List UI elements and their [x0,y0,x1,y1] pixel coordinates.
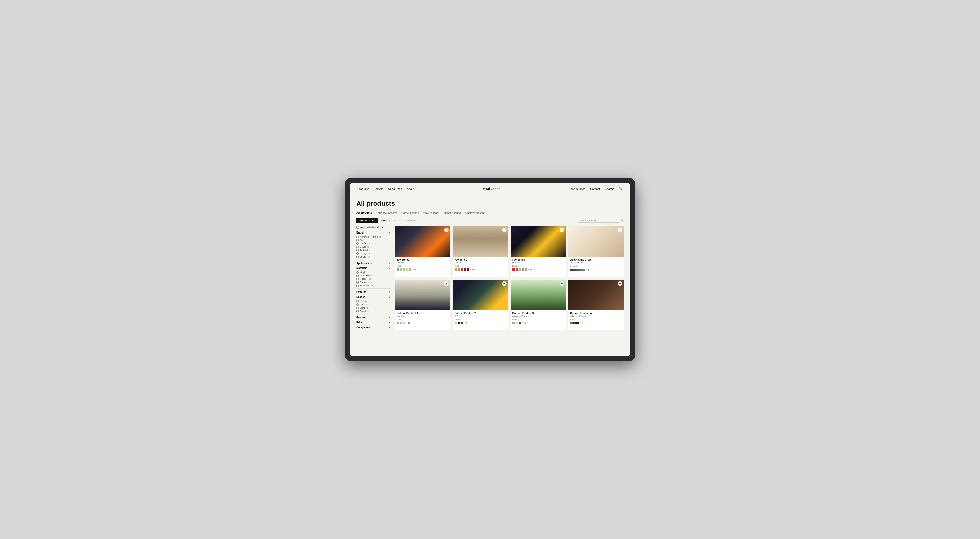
shade-neutral-checkbox[interactable] [356,300,359,302]
nav-about[interactable]: About [407,187,414,191]
brand-grabo-checkbox[interactable] [356,246,359,248]
sidebar-section-features[interactable]: Features ▼ [356,316,391,319]
search-input[interactable] [578,218,619,223]
shade-neutral-label: Neutral [360,300,367,302]
brand-voxflor-checkbox[interactable] [356,256,359,258]
card-type-b2: Carpet [455,318,506,321]
product-card-600[interactable]: + 600 Series Neoflex Rubber [395,226,450,277]
brand-advance-checkbox[interactable] [356,236,359,238]
shade-light-checkbox[interactable] [356,307,359,309]
nav-search-link[interactable]: Search [605,187,614,191]
sidebar-section-price[interactable]: Price ▼ [356,321,391,324]
sidebar-section-brand[interactable]: Brand ▲ [356,231,391,234]
material-carpet-checkbox[interactable] [356,281,359,283]
shade-dark-checkbox[interactable] [356,304,359,306]
brand-bloq[interactable]: BLOQ 12 [356,252,391,255]
hide-filters-button[interactable]: HIDE FILTERS [356,218,378,223]
product-card-b1[interactable]: + Bottom Product 1 Neoflex Rubber [395,280,450,330]
card-type-against: Kinetex® [570,265,622,268]
product-image-b3 [511,280,566,310]
brand-voxflor-label: Voxflor [360,256,367,258]
sidebar-section-compliance[interactable]: Compliance ▼ [356,326,391,329]
nav-contact[interactable]: Contact [590,187,600,191]
color-swatch [396,322,399,324]
material-kinetex-count: 13 [371,285,373,287]
nz-stock-checkbox[interactable] [356,226,359,229]
material-kinetex[interactable]: Kinetex® 13 [356,284,391,287]
brand-advance-flooring[interactable]: Advance Flooring 29 [356,235,391,238]
search-icon[interactable]: 🔍 [619,187,623,191]
nav-case-studies[interactable]: Case studies [568,187,585,191]
color-swatch [406,268,408,271]
view-compare-button[interactable]: COMPARE [404,219,416,222]
add-to-compare-700[interactable]: + [502,227,507,232]
nav-products[interactable]: Products [357,187,369,191]
material-rubber-checkbox[interactable] [356,278,359,280]
brand-chevron-icon: ▲ [389,232,391,234]
page-title: All products [356,200,624,207]
brand-tretford-checkbox[interactable] [356,249,359,251]
site-logo[interactable]: ✈ Advance [482,187,501,191]
tab-entrance[interactable]: Entrance systems [376,211,397,215]
material-kinetex-checkbox[interactable] [356,285,359,287]
material-carpet[interactable]: Carpet 60 [356,281,391,283]
add-to-compare-b3[interactable]: + [560,281,564,286]
brand-jj[interactable]: J+J 13 [356,239,391,242]
material-rubber[interactable]: Rubber 16 [356,278,391,280]
sidebar-section-shades[interactable]: Shades ▲ [356,296,391,298]
material-vinyl-count: 5 [366,271,367,273]
view-grid-button[interactable]: GRID [380,219,387,222]
material-vinyl-checkbox[interactable] [356,271,359,273]
sidebar-section-patterns[interactable]: Patterns ▼ [356,291,391,294]
tab-all-products[interactable]: All products [356,211,372,215]
material-aluminium[interactable]: Aluminium 7 [356,274,391,277]
shade-bright-checkbox[interactable] [356,310,359,312]
product-card-against[interactable]: + Against the Grain J+J - Kinetex Kinete… [568,226,624,277]
nav-sectors[interactable]: Sectors [373,187,383,191]
brand-bloq-checkbox[interactable] [356,253,359,255]
card-brand-b4: Advance Flooring [570,315,622,318]
color-count-b1: + 12 [406,322,410,324]
material-vinyl[interactable]: Vinyl 5 [356,271,391,273]
brand-grabo[interactable]: Grabo 5 [356,245,391,248]
materials-label: Materials [356,267,367,269]
brand-neoflex-checkbox[interactable] [356,242,359,245]
search-submit-icon[interactable]: 🔍 [620,219,624,222]
sidebar-section-applications[interactable]: Applications ▼ [356,262,391,265]
brand-neoflex[interactable]: Neoflex 11 [356,242,391,245]
sidebar-section-materials[interactable]: Materials ▲ [356,267,391,269]
shade-light[interactable]: Light 42 [356,307,391,309]
tab-rubber[interactable]: Rubber flooring [442,211,461,215]
add-to-compare-b2[interactable]: + [502,281,507,286]
price-chevron-icon: ▼ [389,321,391,324]
add-to-compare-b1[interactable]: + [444,281,449,286]
brand-jj-checkbox[interactable] [356,239,359,242]
card-type-700: Rubber [455,265,506,267]
card-type-b4: Carpet [570,318,622,321]
shade-neutral-count: 77 [369,300,371,302]
nz-stock-label: New Zealand stock [360,226,380,229]
product-card-800[interactable]: + 800 Series Neoflex Rubber [511,226,566,277]
nz-stock-filter[interactable]: New Zealand stock 36 [356,226,391,229]
add-to-compare-b4[interactable]: + [617,281,622,286]
shade-dark[interactable]: Dark 16 [356,303,391,306]
product-tabs: All products Entrance systems Carpet flo… [356,211,624,215]
card-info-800: 800 Series Neoflex Rubber + 21 [511,257,566,273]
view-list-button[interactable]: LIST [393,219,398,222]
product-card-b2[interactable]: + Bottom Product 2 J+J Carpet [453,280,508,330]
nav-resources[interactable]: Resources [388,187,402,191]
shade-bright[interactable]: Bright 39 [356,310,391,312]
brand-voxflor[interactable]: Voxflor 16 [356,256,391,258]
material-aluminium-checkbox[interactable] [356,275,359,277]
add-to-compare-600[interactable]: + [444,227,449,232]
add-to-compare-against[interactable]: + [617,227,622,232]
product-card-700[interactable]: + 700 Series Neoflex Rubber [453,226,508,277]
material-kinetex-label: Kinetex® [360,284,369,287]
product-card-b4[interactable]: + Bottom Product 4 Advance Flooring Carp… [568,280,624,330]
brand-tretford[interactable]: Tretford 3 [356,249,391,251]
shade-neutral[interactable]: Neutral 77 [356,300,391,302]
tab-vinyl[interactable]: Vinyl flooring [423,211,438,215]
product-card-b3[interactable]: + Bottom Product 3 Advance Flooring Viny… [511,280,566,330]
tab-kinetex[interactable]: Kinetex® flooring [465,211,485,215]
tab-carpet[interactable]: Carpet flooring [401,211,419,215]
